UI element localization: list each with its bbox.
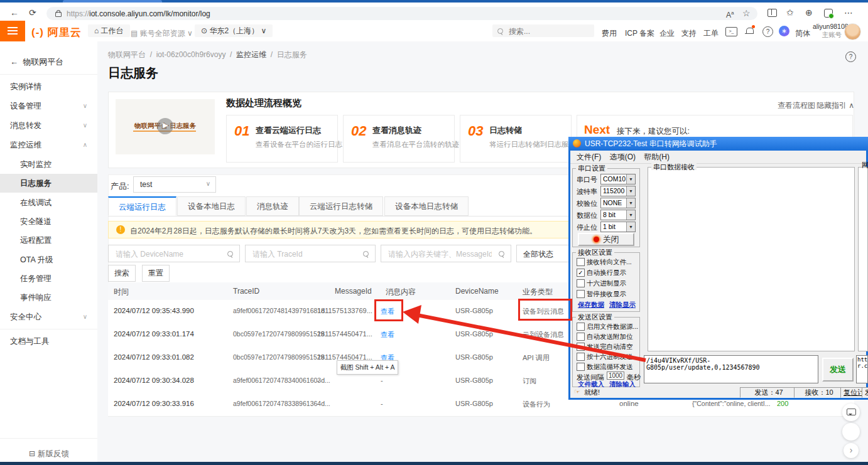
keyword-input[interactable] <box>387 249 493 259</box>
back-icon[interactable]: ← <box>10 8 19 18</box>
extensions-icon[interactable]: ⊕ <box>805 8 813 18</box>
sidebar-item-secure-tunnel[interactable]: 安全隧道 <box>0 212 97 231</box>
account-info[interactable]: aliyun98108... 主账号 <box>813 23 842 39</box>
trace-id-filter[interactable] <box>245 245 376 262</box>
sidebar-item-remote-config[interactable]: 远程配置 <box>0 231 97 250</box>
feedback-chat-button[interactable] <box>842 404 860 421</box>
trace-id-input[interactable] <box>251 249 348 259</box>
tab-message-trace[interactable]: 消息轨迹 <box>246 196 299 216</box>
sidebar-item-monitor-ops[interactable]: 监控运维∧ <box>0 136 97 154</box>
browser-essentials-icon[interactable] <box>824 9 833 18</box>
menu-tickets[interactable]: 工单 <box>703 28 719 39</box>
view-link[interactable]: 查看 <box>381 330 394 339</box>
favorites-bar-icon[interactable]: ✩ <box>786 8 794 18</box>
ai-assistant-button[interactable]: ∗ <box>842 423 860 441</box>
menu-enterprise[interactable]: 企业 <box>659 28 675 39</box>
send-input[interactable]: /i4u4VIKvRXf/USR-G805p/user/update,0,123… <box>644 355 818 383</box>
resources-dropdown[interactable]: ▤ 账号全部资源 ∨ <box>131 28 193 39</box>
workbench-button[interactable]: ⌂ 工作台 <box>88 24 130 37</box>
checkbox[interactable] <box>577 353 585 361</box>
device-name-filter[interactable] <box>108 245 240 262</box>
checkbox[interactable] <box>577 258 585 266</box>
sidebar-item-ota[interactable]: OTA 升级 <box>0 250 97 269</box>
video-thumbnail[interactable]: 物联网平台·日志服务 ▶ <box>116 99 215 154</box>
address-bar[interactable]: https://iot.console.aliyun.com/lk/monito… <box>46 7 757 20</box>
clear-display-link[interactable]: 清除显示 <box>609 301 636 309</box>
search-icon[interactable] <box>499 251 504 257</box>
checkbox[interactable] <box>577 279 585 287</box>
sidebar-item-realtime-monitor[interactable]: 实时监控 <box>0 155 97 174</box>
checkbox[interactable] <box>577 363 585 371</box>
interval-input[interactable]: 1000 <box>607 371 624 380</box>
device-name-input[interactable] <box>114 249 211 259</box>
favorite-star-icon[interactable]: ☆ <box>742 8 751 18</box>
search-button[interactable]: 搜索 <box>108 265 136 282</box>
guide-step-1[interactable]: 01 查看云端运行日志 查看设备在平台的运行日志 <box>226 115 338 163</box>
tab-device-local-log[interactable]: 设备本地日志 <box>177 196 246 216</box>
keyword-filter[interactable] <box>381 245 511 262</box>
ai-assistant-icon[interactable]: ∗ <box>779 26 789 36</box>
search-icon[interactable] <box>363 251 369 257</box>
hide-guide-link[interactable]: 隐藏指引 ∧ <box>816 100 854 111</box>
sidebar-item-device-mgmt[interactable]: 设备管理∨ <box>0 97 97 115</box>
sidebar-item-docs-tools[interactable]: 文档与工具 <box>0 332 97 351</box>
split-screen-icon[interactable] <box>768 9 777 17</box>
usr-menu-help[interactable]: 帮助(H) <box>644 152 670 161</box>
refresh-icon[interactable]: ⟳ <box>29 8 36 18</box>
tab-cloud-log-dump[interactable]: 云端运行日志转储 <box>299 196 383 216</box>
help-icon[interactable]: ? <box>762 26 773 37</box>
checkbox[interactable] <box>577 269 585 277</box>
guide-step-3[interactable]: 03 日志转储 将运行日志转储到日志服务中 <box>460 115 572 163</box>
serial-receive-textarea[interactable] <box>649 170 853 350</box>
guide-step-2[interactable]: 02 查看消息轨迹 查看消息在平台流转的轨迹 <box>343 115 455 163</box>
products-menu-icon[interactable] <box>0 21 25 41</box>
save-data-link[interactable]: 保存数据 <box>578 301 604 309</box>
reset-button[interactable]: 重置 <box>142 265 170 282</box>
stop-bits-select[interactable]: 1 bit▼ <box>600 222 636 232</box>
tab-cloud-log[interactable]: 云端运行日志 <box>108 196 176 216</box>
search-icon[interactable] <box>227 251 233 257</box>
sidebar-item-log-service[interactable]: 日志服务 <box>0 174 97 193</box>
usr-window-titlebar[interactable]: USR-TCP232-Test 串口转网络调试助手 <box>568 137 868 151</box>
sidebar-item-msg-forward[interactable]: 消息转发∨ <box>0 116 97 135</box>
console-search[interactable] <box>492 24 594 37</box>
menu-support[interactable]: 支持 <box>681 28 697 39</box>
checkbox[interactable] <box>577 343 585 351</box>
menu-icp[interactable]: ICP 备案 <box>625 28 654 39</box>
sidebar-item-instance[interactable]: 实例详情 <box>0 77 97 96</box>
checkbox[interactable] <box>577 290 585 298</box>
send-button[interactable]: 发送 <box>822 358 854 382</box>
parity-select[interactable]: NONE▼ <box>600 198 636 208</box>
data-bits-select[interactable]: 8 bit▼ <box>600 210 636 220</box>
usr-menu-file[interactable]: 文件(F) <box>577 152 601 161</box>
console-search-input[interactable] <box>507 26 585 36</box>
page-help-icon[interactable]: ? <box>845 51 856 62</box>
notifications-bell-icon[interactable] <box>746 28 754 34</box>
region-selector[interactable]: ⊙ 华东2（上海） ∨ <box>195 24 273 37</box>
sidebar-item-security-center[interactable]: 安全中心∨ <box>0 307 97 326</box>
baud-rate-select[interactable]: 115200▼ <box>600 186 636 196</box>
flow-chart-link[interactable]: 查看流程图 <box>778 100 815 111</box>
expand-chevron-button[interactable]: › <box>844 443 859 458</box>
lock-icon[interactable] <box>55 12 62 17</box>
sidebar-item-event-response[interactable]: 事件响应 <box>0 288 97 307</box>
avatar[interactable] <box>844 23 861 40</box>
checkbox[interactable] <box>577 323 585 331</box>
language-selector[interactable]: 简体 <box>795 28 810 39</box>
sidebar-item-task-mgmt[interactable]: 任务管理 <box>0 269 97 288</box>
usr-menu-options[interactable]: 选项(O) <box>610 152 636 161</box>
tab-device-local-log-dump[interactable]: 设备本地日志转储 <box>384 196 469 216</box>
aliyun-logo[interactable]: (-) 阿里云 <box>31 25 82 40</box>
play-icon[interactable]: ▶ <box>157 118 173 134</box>
com-port-select[interactable]: COM10▼ <box>600 174 636 184</box>
checkbox[interactable] <box>577 333 585 341</box>
product-select[interactable]: test ∨ <box>133 176 216 193</box>
browser-menu-icon[interactable]: ⋯ <box>844 8 853 18</box>
serial-close-button[interactable]: 关闭 <box>578 233 634 246</box>
sidebar-back[interactable]: ← 物联网平台 <box>0 53 97 72</box>
read-aloud-icon[interactable]: Aa <box>726 8 734 20</box>
cloudshell-icon[interactable]: >_ <box>725 27 737 36</box>
breadcrumb[interactable]: 物联网平台 / iot-06z00c0h9r6voyy / 监控运维 / 日志服… <box>108 50 307 60</box>
menu-billing[interactable]: 费用 <box>602 28 617 39</box>
sidebar-item-online-debug[interactable]: 在线调试 <box>0 193 97 212</box>
